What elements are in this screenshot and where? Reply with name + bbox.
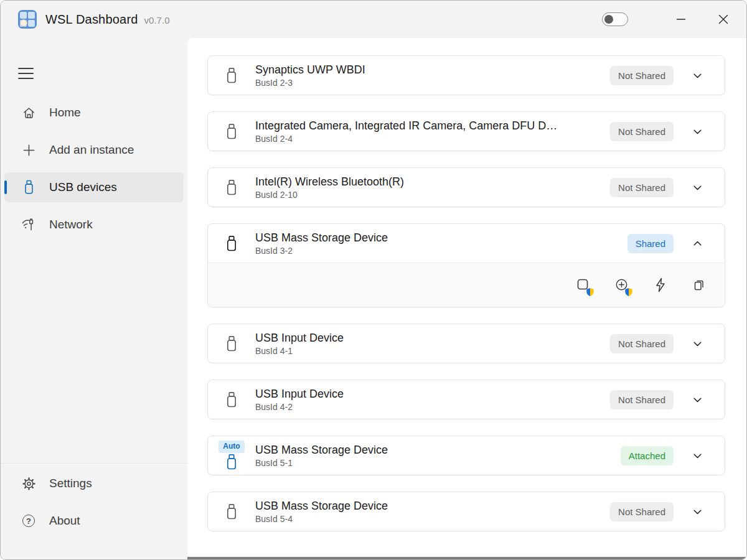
chevron-down-icon	[692, 450, 703, 462]
app-window: WSL Dashboard v0.7.0	[0, 0, 747, 560]
theme-toggle[interactable]	[602, 12, 628, 26]
device-busid: BusId 2-10	[255, 190, 603, 200]
sidebar-item-label: USB devices	[49, 180, 117, 194]
question-icon: ?	[21, 513, 36, 528]
sidebar-item-add-instance[interactable]: Add an instance	[4, 135, 184, 165]
device-name: USB Mass Storage Device	[255, 231, 620, 245]
device-card-header[interactable]: USB Mass Storage Device BusId 5-4 Not Sh…	[208, 492, 725, 531]
device-card-right: Not Shared	[610, 63, 725, 88]
device-name: Intel(R) Wireless Bluetooth(R)	[255, 175, 603, 189]
sidebar-footer: Settings ? About	[1, 463, 187, 543]
expand-chevron-button[interactable]	[685, 499, 710, 524]
device-card-header[interactable]: Intel(R) Wireless Bluetooth(R) BusId 2-1…	[208, 168, 725, 207]
device-card: USB Input Device BusId 4-1 Not Shared	[207, 324, 725, 363]
device-card-right: Not Shared	[610, 119, 725, 144]
sidebar-item-label: Network	[49, 218, 93, 231]
expand-chevron-button[interactable]	[685, 387, 710, 412]
theme-toggle-knob	[604, 15, 613, 24]
device-name: Integrated Camera, Integrated IR Camera,…	[255, 119, 603, 133]
chevron-down-icon	[692, 126, 703, 138]
app-logo-icon	[18, 10, 37, 29]
device-card-header[interactable]: USB Input Device BusId 4-2 Not Shared	[208, 380, 725, 419]
device-card: Auto USB Mass Storage Device BusId 5-1 A…	[207, 436, 725, 475]
expand-chevron-button[interactable]	[685, 331, 710, 356]
close-button[interactable]	[709, 7, 738, 32]
expand-chevron-button[interactable]	[685, 119, 710, 144]
hamburger-menu-button[interactable]	[18, 65, 43, 82]
status-badge: Not Shared	[610, 390, 674, 409]
auto-attach-button[interactable]	[649, 272, 672, 298]
sidebar-item-about[interactable]: ? About	[4, 506, 184, 536]
hamburger-menu-icon	[18, 68, 34, 69]
device-icon-cell	[208, 335, 255, 352]
device-card: Integrated Camera, Integrated IR Camera,…	[207, 111, 725, 151]
selected-indicator	[4, 180, 7, 194]
usb-device-icon	[225, 335, 238, 352]
device-card: USB Input Device BusId 4-2 Not Shared	[207, 380, 725, 419]
copy-device-id-button[interactable]	[687, 272, 711, 298]
device-text: USB Input Device BusId 4-1	[255, 331, 610, 356]
horizontal-scrollbar[interactable]	[187, 557, 746, 559]
minimize-button[interactable]	[667, 7, 695, 32]
status-badge: Not Shared	[610, 502, 674, 521]
device-card-header[interactable]: Integrated Camera, Integrated IR Camera,…	[208, 112, 725, 151]
device-icon-cell: Auto	[208, 441, 255, 470]
device-busid: BusId 4-1	[255, 346, 603, 356]
expand-chevron-button[interactable]	[685, 63, 710, 88]
sidebar-item-network[interactable]: Network	[4, 210, 184, 240]
device-busid: BusId 5-4	[255, 514, 603, 524]
sidebar-item-settings[interactable]: Settings	[4, 469, 184, 498]
device-text: Synaptics UWP WBDI BusId 2-3	[255, 63, 610, 88]
chevron-down-icon	[692, 394, 703, 406]
usb-device-icon	[225, 179, 238, 196]
chevron-down-icon	[692, 70, 703, 82]
device-icon-cell	[208, 235, 255, 252]
device-card-right: Not Shared	[610, 175, 725, 200]
app-version: v0.7.0	[144, 15, 170, 26]
close-icon	[718, 14, 728, 24]
device-name: USB Input Device	[255, 331, 603, 345]
chevron-up-icon	[692, 238, 703, 250]
sidebar-item-home[interactable]: Home	[4, 98, 184, 128]
device-name: Synaptics UWP WBDI	[255, 63, 603, 77]
expand-chevron-button[interactable]	[685, 231, 710, 256]
lightning-icon	[653, 277, 668, 293]
expand-chevron-button[interactable]	[685, 443, 710, 468]
home-icon	[21, 105, 36, 120]
sidebar-item-usb-devices[interactable]: USB devices	[4, 172, 184, 202]
device-name: USB Mass Storage Device	[255, 443, 613, 457]
attach-admin-button[interactable]	[610, 272, 634, 298]
device-busid: BusId 5-1	[255, 458, 613, 468]
device-text: USB Mass Storage Device BusId 5-4	[255, 499, 610, 524]
sidebar-item-label: Home	[49, 106, 81, 119]
device-text: USB Mass Storage Device BusId 3-2	[255, 231, 627, 256]
uac-shield-icon	[624, 287, 633, 297]
status-badge: Not Shared	[610, 334, 674, 353]
usb-icon	[21, 180, 36, 195]
device-card-header[interactable]: Auto USB Mass Storage Device BusId 5-1 A…	[208, 436, 725, 475]
device-card: USB Mass Storage Device BusId 5-4 Not Sh…	[207, 492, 725, 531]
device-busid: BusId 2-4	[255, 134, 603, 144]
device-card-header[interactable]: Synaptics UWP WBDI BusId 2-3 Not Shared	[208, 56, 725, 95]
stop-share-admin-button[interactable]	[571, 272, 595, 298]
sidebar-item-label: About	[49, 514, 80, 528]
device-text: Intel(R) Wireless Bluetooth(R) BusId 2-1…	[255, 175, 610, 200]
device-busid: BusId 2-3	[255, 78, 603, 88]
device-busid: BusId 4-2	[255, 402, 603, 412]
device-name: USB Mass Storage Device	[255, 499, 603, 513]
gear-icon	[21, 476, 36, 491]
device-card-header[interactable]: USB Mass Storage Device BusId 3-2 Shared	[208, 224, 725, 263]
usb-device-icon	[225, 123, 238, 140]
device-text: USB Input Device BusId 4-2	[255, 387, 610, 412]
sidebar: Home Add an instance USB d	[1, 38, 187, 559]
status-badge: Shared	[627, 234, 674, 253]
sidebar-item-label: Add an instance	[49, 143, 134, 157]
status-badge: Not Shared	[610, 66, 674, 85]
auto-badge: Auto	[218, 441, 244, 453]
expand-chevron-button[interactable]	[685, 175, 710, 200]
device-card-header[interactable]: USB Input Device BusId 4-1 Not Shared	[208, 324, 725, 363]
copy-icon	[692, 278, 707, 292]
titlebar: WSL Dashboard v0.7.0	[1, 1, 746, 38]
device-icon-cell	[208, 123, 255, 140]
uac-shield-icon	[586, 287, 594, 297]
